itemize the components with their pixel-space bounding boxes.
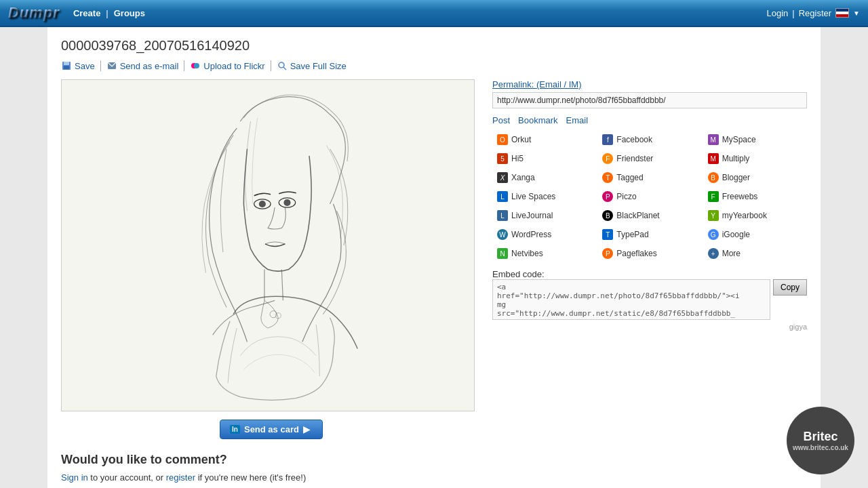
- page: 0000039768_20070516140920 Save Send as e…: [47, 27, 821, 488]
- social-icon-myyearbook: Y: [708, 210, 719, 221]
- send-card-label: Send as card: [244, 424, 299, 434]
- nav-groups[interactable]: Groups: [114, 8, 145, 18]
- comment-title: Would you like to comment?: [61, 453, 807, 467]
- social-icon-myspace: M: [708, 134, 719, 145]
- social-label-blackplanet: BlackPlanet: [616, 211, 659, 220]
- social-label-livespaces: Live Spaces: [511, 192, 555, 201]
- embed-row: Copy: [492, 279, 807, 320]
- toolbar: Save Send as e-mail Upload to Flickr Sav…: [61, 60, 807, 71]
- social-item-pageflakes[interactable]: P Pageflakes: [597, 245, 701, 262]
- social-label-blogger: Blogger: [722, 173, 750, 182]
- social-item-piczo[interactable]: P Piczo: [597, 188, 701, 205]
- social-icon-more: +: [708, 248, 719, 259]
- social-label-more: More: [722, 249, 741, 258]
- social-icon-blogger: B: [708, 172, 719, 183]
- permalink-label[interactable]: Permalink: (Email / IM): [492, 79, 807, 89]
- social-item-tagged[interactable]: T Tagged: [597, 169, 701, 186]
- social-icon-hi5: 5: [497, 153, 508, 164]
- content-area: In Send as card ▶ Permalink: (Email / IM…: [61, 79, 807, 439]
- header-right: Login | Register ▼: [766, 8, 860, 18]
- svg-point-9: [259, 201, 266, 207]
- social-item-orkut[interactable]: O Orkut: [492, 131, 596, 148]
- save-button[interactable]: Save: [61, 60, 101, 71]
- gigya-label: gigya: [492, 323, 807, 331]
- fullsize-button[interactable]: Save Full Size: [271, 60, 352, 71]
- save-label: Save: [75, 61, 95, 71]
- flickr-icon: [190, 60, 201, 71]
- social-item-livejournal[interactable]: L LiveJournal: [492, 207, 596, 224]
- social-item-netvibes[interactable]: N Netvibes: [492, 245, 596, 262]
- social-icon-orkut: O: [497, 134, 508, 145]
- social-item-myyearbook[interactable]: Y myYearbook: [703, 207, 807, 224]
- nav-create[interactable]: Create: [73, 8, 100, 18]
- social-icon-wordpress: W: [497, 229, 508, 240]
- social-grid: O Orkut f Facebook M MySpace 5 Hi5 F Fri…: [492, 131, 807, 262]
- social-item-igoogle[interactable]: G iGoogle: [703, 226, 807, 243]
- social-icon-pageflakes: P: [602, 248, 613, 259]
- social-icon-xanga: X: [497, 172, 508, 183]
- social-label-friendster: Friendster: [616, 154, 653, 163]
- register-link[interactable]: Register: [799, 8, 831, 18]
- embed-code[interactable]: [492, 279, 770, 320]
- send-card-button[interactable]: In Send as card ▶: [220, 420, 323, 439]
- login-link[interactable]: Login: [766, 8, 788, 18]
- social-label-xanga: Xanga: [511, 173, 535, 182]
- save-icon: [61, 60, 72, 71]
- header: Dumpr Create | Groups Login | Register ▼: [0, 0, 868, 27]
- social-icon-igoogle: G: [708, 229, 719, 240]
- social-item-blackplanet[interactable]: B BlackPlanet: [597, 207, 701, 224]
- email-button[interactable]: Send as e-mail: [101, 60, 185, 71]
- share-bookmark-tab[interactable]: Bookmark: [518, 115, 558, 125]
- britec-url: www.britec.co.uk: [793, 444, 848, 451]
- social-item-wordpress[interactable]: W WordPress: [492, 226, 596, 243]
- social-item-xanga[interactable]: X Xanga: [492, 169, 596, 186]
- flag-icon[interactable]: [835, 8, 849, 18]
- social-label-piczo: Piczo: [616, 192, 636, 201]
- sidebar: Permalink: (Email / IM) Post Bookmark Em…: [492, 79, 807, 439]
- social-item-facebook[interactable]: f Facebook: [597, 131, 701, 148]
- social-icon-facebook: f: [602, 134, 613, 145]
- social-item-blogger[interactable]: B Blogger: [703, 169, 807, 186]
- flag-dropdown-icon[interactable]: ▼: [853, 9, 860, 17]
- photo-column: In Send as card ▶: [61, 79, 481, 439]
- social-item-freewebs[interactable]: F Freewebs: [703, 188, 807, 205]
- social-item-more[interactable]: + More: [703, 245, 807, 262]
- nav-sep1: |: [106, 8, 108, 18]
- social-icon-typepad: T: [602, 229, 613, 240]
- photo-wrapper: [61, 79, 475, 411]
- logo: Dumpr: [8, 4, 60, 22]
- share-post-tab[interactable]: Post: [492, 115, 510, 125]
- flickr-label: Upload to Flickr: [203, 61, 264, 71]
- social-label-freewebs: Freewebs: [722, 192, 758, 201]
- social-icon-livespaces: L: [497, 191, 508, 202]
- email-label: Send as e-mail: [120, 61, 179, 71]
- social-label-hi5: Hi5: [511, 154, 524, 163]
- permalink-input[interactable]: [492, 92, 807, 108]
- social-label-wordpress: WordPress: [511, 230, 551, 239]
- social-item-multiply[interactable]: M Multiply: [703, 150, 807, 167]
- flickr-button[interactable]: Upload to Flickr: [184, 60, 271, 71]
- sign-in-link[interactable]: Sign in: [61, 472, 88, 483]
- social-item-typepad[interactable]: T TypePad: [597, 226, 701, 243]
- social-label-facebook: Facebook: [616, 135, 652, 144]
- social-icon-livejournal: L: [497, 210, 508, 221]
- social-item-myspace[interactable]: M MySpace: [703, 131, 807, 148]
- share-email-tab[interactable]: Email: [566, 115, 589, 125]
- email-icon: [106, 60, 117, 71]
- britec-name: Britec: [803, 430, 837, 444]
- social-icon-netvibes: N: [497, 248, 508, 259]
- britec-badge: Britec www.britec.co.uk: [787, 407, 854, 474]
- register-link-comment[interactable]: register: [166, 472, 195, 483]
- social-icon-piczo: P: [602, 191, 613, 202]
- svg-line-7: [283, 67, 286, 70]
- social-item-friendster[interactable]: F Friendster: [597, 150, 701, 167]
- social-item-livespaces[interactable]: L Live Spaces: [492, 188, 596, 205]
- social-item-hi5[interactable]: 5 Hi5: [492, 150, 596, 167]
- send-card-arrow: ▶: [303, 424, 310, 434]
- svg-point-5: [194, 63, 199, 68]
- in-badge: In: [230, 425, 240, 434]
- copy-button[interactable]: Copy: [773, 279, 807, 296]
- social-label-netvibes: Netvibes: [511, 249, 543, 258]
- permalink-section: Permalink: (Email / IM): [492, 79, 807, 108]
- social-label-myyearbook: myYearbook: [722, 211, 767, 220]
